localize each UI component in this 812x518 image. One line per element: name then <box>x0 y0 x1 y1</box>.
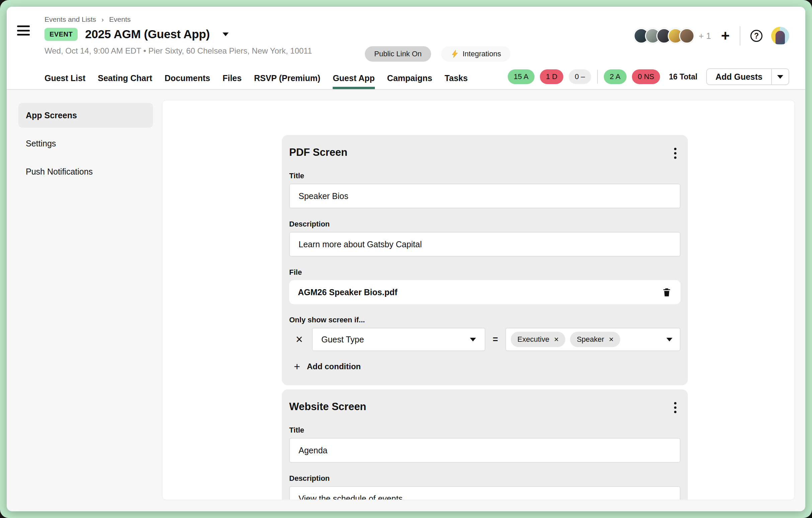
hamburger-menu-icon[interactable] <box>17 25 30 35</box>
tab-documents[interactable]: Documents <box>165 73 210 89</box>
chip-label: Executive <box>518 335 549 344</box>
chip-remove-icon[interactable]: × <box>554 335 559 344</box>
content-area: App Screens Settings Push Notifications … <box>7 90 805 511</box>
page-title: 2025 AGM (Guest App) <box>85 27 210 41</box>
add-condition-plus-icon: + <box>294 361 300 372</box>
avatar[interactable] <box>679 28 695 44</box>
tab-guest-list[interactable]: Guest List <box>45 73 85 89</box>
add-guests-chevron-down-icon[interactable] <box>771 69 789 84</box>
title-input[interactable] <box>289 184 680 209</box>
condition-value-chip: Speaker × <box>570 332 620 347</box>
help-icon[interactable]: ? <box>750 30 762 42</box>
header-actions: + 1 + ? <box>634 26 789 46</box>
add-condition-label: Add condition <box>307 362 361 371</box>
breadcrumb: Events and Lists › Events <box>45 16 312 24</box>
condition-field-value: Guest Type <box>321 335 364 345</box>
tab-tasks[interactable]: Tasks <box>444 73 468 89</box>
tab-guest-app[interactable]: Guest App <box>333 73 375 89</box>
sidebar-item-push-notifications[interactable]: Push Notifications <box>19 159 153 184</box>
count-unanswered-badge[interactable]: 0 – <box>569 70 591 84</box>
user-avatar[interactable] <box>771 27 789 45</box>
description-input[interactable] <box>289 232 680 257</box>
condition-row: × Guest Type = Executive × Speaker × <box>294 328 680 351</box>
count-arrived-badge[interactable]: 2 A <box>604 70 627 84</box>
kebab-menu-icon[interactable] <box>670 144 680 162</box>
trash-icon[interactable] <box>662 287 672 297</box>
title-chevron-down-icon[interactable] <box>223 32 229 36</box>
collaborators-overflow-count[interactable]: + 1 <box>699 31 711 41</box>
counts-divider <box>597 70 598 84</box>
tab-campaigns[interactable]: Campaigns <box>387 73 432 89</box>
condition-values-select[interactable]: Executive × Speaker × <box>505 328 680 351</box>
card-title: PDF Screen <box>289 146 347 159</box>
values-chevron-down-icon <box>666 338 672 342</box>
card-title: Website Screen <box>289 401 366 413</box>
file-row: AGM26 Speaker Bios.pdf <box>289 280 680 304</box>
header-left: Events and Lists › Events EVENT 2025 AGM… <box>45 16 312 56</box>
tab-files[interactable]: Files <box>223 73 242 89</box>
main-panel: PDF Screen Title Description File AGM26 … <box>163 101 794 499</box>
condition-value-chip: Executive × <box>511 332 565 347</box>
integrations-button[interactable]: Integrations <box>441 46 511 62</box>
condition-section-label: Only show screen if... <box>289 316 680 324</box>
collaborator-avatars[interactable] <box>634 28 695 44</box>
tab-bar: Guest List Seating Chart Documents Files… <box>45 73 468 89</box>
title-field-label: Title <box>289 426 680 435</box>
add-collaborator-plus-icon[interactable]: + <box>721 28 730 43</box>
page-background: Events and Lists › Events EVENT 2025 AGM… <box>0 0 812 518</box>
count-declined-badge[interactable]: 1 D <box>540 70 563 84</box>
chip-remove-icon[interactable]: × <box>609 335 613 344</box>
add-guests-label[interactable]: Add Guests <box>707 69 771 84</box>
count-attending-badge[interactable]: 15 A <box>508 70 534 84</box>
title-field-label: Title <box>289 171 680 180</box>
sidebar-item-app-screens[interactable]: App Screens <box>19 103 153 128</box>
sidebar: App Screens Settings Push Notifications <box>19 103 153 184</box>
chip-label: Speaker <box>577 335 604 344</box>
add-guests-button[interactable]: Add Guests <box>706 69 789 85</box>
description-input[interactable] <box>289 486 680 499</box>
select-chevron-down-icon <box>470 338 476 342</box>
kebab-menu-icon[interactable] <box>670 399 680 416</box>
total-guests-label: 16 Total <box>669 72 697 81</box>
condition-operator: = <box>493 334 498 345</box>
title-row: EVENT 2025 AGM (Guest App) <box>45 27 312 41</box>
app-window: Events and Lists › Events EVENT 2025 AGM… <box>7 7 805 511</box>
breadcrumb-events[interactable]: Events <box>109 16 130 24</box>
file-name: AGM26 Speaker Bios.pdf <box>298 288 397 297</box>
remove-condition-icon[interactable]: × <box>294 333 304 346</box>
title-input[interactable] <box>289 438 680 463</box>
integrations-label: Integrations <box>463 50 501 58</box>
description-field-label: Description <box>289 220 680 228</box>
breadcrumb-separator-icon: › <box>102 16 104 24</box>
public-link-toggle[interactable]: Public Link On <box>365 46 431 62</box>
event-date-location: Wed, Oct 14, 9:00 AM EDT • Pier Sixty, 6… <box>45 46 312 56</box>
description-field-label: Description <box>289 474 680 483</box>
lightning-icon <box>451 50 459 58</box>
tab-seating-chart[interactable]: Seating Chart <box>98 73 152 89</box>
breadcrumb-events-and-lists[interactable]: Events and Lists <box>45 16 96 24</box>
pdf-screen-card: PDF Screen Title Description File AGM26 … <box>282 135 688 385</box>
add-condition-button[interactable]: + Add condition <box>294 361 680 372</box>
header: Events and Lists › Events EVENT 2025 AGM… <box>7 7 805 90</box>
sidebar-item-settings[interactable]: Settings <box>19 131 153 156</box>
header-divider <box>740 26 741 46</box>
event-type-badge: EVENT <box>45 28 78 41</box>
count-no-show-badge[interactable]: 0 NS <box>632 70 660 84</box>
file-field-label: File <box>289 268 680 277</box>
website-screen-card: Website Screen Title Description <box>282 389 688 499</box>
guest-counts: 15 A 1 D 0 – 2 A 0 NS 16 Total Add Guest… <box>508 69 789 85</box>
tab-rsvp-premium[interactable]: RSVP (Premium) <box>254 73 320 89</box>
condition-field-select[interactable]: Guest Type <box>312 328 485 351</box>
